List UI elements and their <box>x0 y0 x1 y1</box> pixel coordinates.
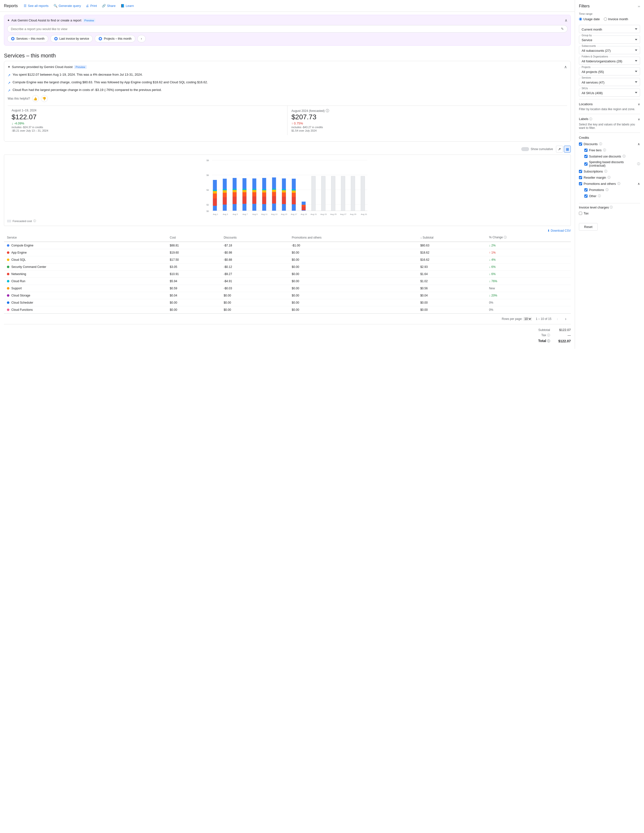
spending-based-input[interactable] <box>584 162 588 166</box>
discounts-collapse-icon[interactable]: ∧ <box>638 142 640 146</box>
locations-header[interactable]: Locations ∨ <box>579 102 640 106</box>
quick-report-projects[interactable]: Projects – this month <box>95 35 135 42</box>
current-month-select[interactable]: Current month <box>579 25 640 33</box>
thumbs-up-button[interactable]: 👍 <box>32 95 39 102</box>
forecasted-help-icon[interactable]: ⓘ <box>326 109 329 113</box>
tax-checkbox[interactable]: Tax <box>579 211 640 215</box>
reseller-margin-input[interactable] <box>579 176 582 179</box>
toggle-switch[interactable] <box>521 147 529 151</box>
svg-rect-33 <box>243 192 246 196</box>
svg-text:Aug 21: Aug 21 <box>311 213 317 215</box>
promotions-help-icon[interactable]: ⓘ <box>617 182 620 186</box>
labels-help-icon[interactable]: ⓘ <box>589 117 592 121</box>
other-input[interactable] <box>584 195 588 198</box>
collapse-gemini-button[interactable]: ∧ <box>565 18 568 23</box>
forecast-help-icon[interactable]: ⓘ <box>33 219 36 223</box>
reseller-help-icon[interactable]: ⓘ <box>607 175 610 180</box>
promotions-collapse-icon[interactable]: ∧ <box>638 182 640 186</box>
free-tiers-checkbox[interactable]: Free tiers ⓘ <box>584 148 640 152</box>
table-row: Cloud Scheduler $0.00 $0.00 $0.00 $0.00 … <box>4 299 571 306</box>
search-icon: 🔍 <box>53 4 58 8</box>
invoice-month-radio[interactable]: Invoice month <box>604 17 628 21</box>
line-chart-button[interactable]: ↗ <box>556 146 563 153</box>
spending-based-help-icon[interactable]: ⓘ <box>637 162 640 166</box>
cost-cell: $0.00 <box>167 299 221 306</box>
bar-chart-button[interactable]: ▦ <box>564 146 571 153</box>
quick-report-services[interactable]: Services – this month <box>7 35 48 42</box>
reseller-margin-checkbox[interactable]: Reseller margin ⓘ <box>579 175 640 180</box>
collapse-summary-button[interactable]: ∧ <box>564 64 567 69</box>
usage-date-radio[interactable]: Usage date <box>579 17 600 21</box>
svg-rect-69 <box>361 176 365 211</box>
sustained-use-input[interactable] <box>584 155 588 158</box>
rows-per-page-select[interactable]: 10 25 50 <box>523 317 532 321</box>
see-all-reports-link[interactable]: ☰ See all reports <box>24 4 48 8</box>
subscriptions-help-icon[interactable]: ⓘ <box>604 169 607 174</box>
print-link[interactable]: 🖨 Print <box>86 4 97 8</box>
feedback-row: Was this helpful? 👍 👎 <box>8 95 567 102</box>
invoice-help-icon[interactable]: ⓘ <box>610 205 613 209</box>
subaccounts-label: Subaccounts <box>581 45 597 47</box>
forecasted-legend: Forecasted cost ⓘ <box>7 219 568 223</box>
tax-input[interactable] <box>579 212 582 215</box>
promo-help-icon[interactable]: ⓘ <box>605 188 609 192</box>
discounts-input[interactable] <box>579 142 582 146</box>
collapse-filters-button[interactable]: ›› <box>638 5 640 8</box>
table-row: Cloud Storage $0.04 $0.00 $0.00 $0.04 ↓ … <box>4 292 571 299</box>
other-checkbox[interactable]: Other ⓘ <box>584 194 640 198</box>
svg-rect-29 <box>233 190 237 192</box>
change-cell: ↓ 2% <box>486 242 571 249</box>
prev-page-button[interactable]: ‹ <box>555 316 559 322</box>
other-help-icon[interactable]: ⓘ <box>598 194 601 198</box>
share-link[interactable]: 🔗 Share <box>102 4 116 8</box>
quick-report-more[interactable]: › <box>137 35 146 42</box>
table-row: Security Command Center $3.05 -$0.12 $0.… <box>4 264 571 270</box>
discounts-help-icon[interactable]: ⓘ <box>599 142 602 146</box>
thumbs-down-button[interactable]: 👎 <box>41 95 48 102</box>
svg-rect-30 <box>233 189 237 190</box>
forecasted-change: ↑ 0.75% <box>291 122 563 125</box>
discounts-cell: -$0.03 <box>221 285 289 292</box>
quick-report-last-invoice[interactable]: Last invoice by service <box>50 35 93 42</box>
svg-text:Aug 27: Aug 27 <box>340 213 347 215</box>
labels-header[interactable]: Labels ⓘ ∨ <box>579 117 640 121</box>
free-tiers-input[interactable] <box>584 149 588 152</box>
sustained-help-icon[interactable]: ⓘ <box>623 154 626 158</box>
promotions-others-checkbox[interactable]: Promotions and others ⓘ ∧ <box>579 182 640 186</box>
promotions-input[interactable] <box>584 188 588 191</box>
promotions-checkbox[interactable]: Promotions ⓘ <box>584 188 640 192</box>
sustained-use-checkbox[interactable]: Sustained use discounts ⓘ <box>584 154 640 158</box>
svg-rect-45 <box>262 189 266 190</box>
discounts-cell: $0.00 <box>221 306 289 314</box>
promotions-others-input[interactable] <box>579 182 582 185</box>
list-icon: ☰ <box>24 4 27 8</box>
change-cell: 0% <box>486 306 571 314</box>
gemini-search-input[interactable] <box>11 27 561 31</box>
discounts-checkbox[interactable]: Discounts ⓘ ∧ <box>579 142 640 146</box>
discounts-cell: -$0.98 <box>221 249 289 256</box>
next-page-button[interactable]: › <box>564 316 568 322</box>
cost-cell: $0.00 <box>167 306 221 314</box>
generate-query-link[interactable]: 🔍 Generate query <box>53 4 81 8</box>
show-cumulative-toggle[interactable]: Show cumulative <box>521 147 553 151</box>
invoice-title: Invoice level charges ⓘ <box>579 205 640 209</box>
labels-chevron-icon: ∨ <box>638 117 640 121</box>
tax-help-icon[interactable]: ⓘ <box>547 333 550 337</box>
learn-link[interactable]: 📘 Learn <box>121 4 134 8</box>
gemini-star-icon: ✦ <box>7 18 10 22</box>
service-cell: Security Command Center <box>4 264 167 270</box>
chart-type-buttons: ↗ ▦ <box>556 146 571 153</box>
learn-icon: 📘 <box>121 4 124 8</box>
subscriptions-checkbox[interactable]: Subscriptions ⓘ <box>579 169 640 174</box>
bar-chart-svg: $8 $6 $4 $2 $0 <box>7 158 568 217</box>
current-change: ↓ -4.09% <box>11 122 283 125</box>
free-tiers-help-icon[interactable]: ⓘ <box>603 148 606 152</box>
spending-based-checkbox[interactable]: Spending based discounts (contractual) ⓘ <box>584 161 640 167</box>
reset-button[interactable]: Reset <box>579 223 598 231</box>
change-help-icon[interactable]: ⓘ <box>504 236 507 239</box>
download-csv-button[interactable]: ⬇ Download CSV <box>547 229 571 232</box>
subscriptions-input[interactable] <box>579 170 582 173</box>
gemini-section: ✦ Ask Gemini Cloud Assist to find or cre… <box>4 15 571 46</box>
svg-rect-18 <box>213 193 217 198</box>
total-help-icon[interactable]: ⓘ <box>547 339 550 343</box>
